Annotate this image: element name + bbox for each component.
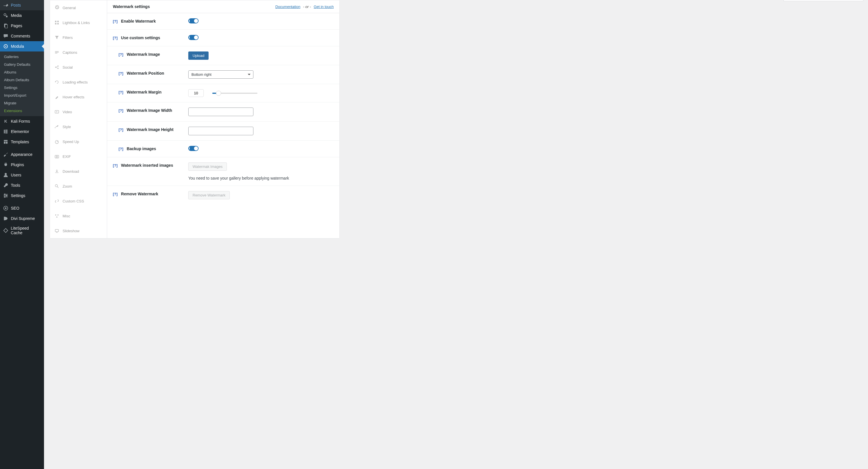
menu-item-modula[interactable]: Modula (0, 41, 44, 52)
submenu-migrate[interactable]: Migrate (0, 99, 44, 107)
submenu-gallery-defaults[interactable]: Gallery Defaults (0, 61, 44, 68)
width-input[interactable] (188, 108, 253, 116)
margin-input[interactable] (188, 89, 204, 97)
backup-toggle[interactable] (188, 146, 198, 151)
svg-rect-13 (4, 194, 8, 195)
svg-point-38 (56, 216, 57, 217)
tab-label: Zoom (63, 184, 72, 188)
menu-item-users[interactable]: Users (0, 170, 44, 180)
help-link[interactable]: [?] (113, 19, 118, 24)
menu-item-seo[interactable]: SEO (0, 203, 44, 213)
template-icon (3, 139, 8, 145)
panel-links: Documentation - or - Get in touch (275, 5, 334, 9)
tab-exif[interactable]: EXIF (50, 149, 107, 164)
help-link[interactable]: [?] (119, 147, 123, 151)
svg-rect-7 (5, 131, 7, 132)
tab-label: Filters (63, 35, 72, 40)
menu-item-divi[interactable]: Divi Supreme (0, 213, 44, 224)
menu-item-comments[interactable]: Comments (0, 31, 44, 41)
submenu-extensions[interactable]: Extensions (0, 107, 44, 115)
help-link[interactable]: [?] (119, 71, 123, 76)
tab-misc[interactable]: Misc (50, 208, 107, 223)
submenu-albums[interactable]: Albums (0, 68, 44, 76)
menu-item-appearance[interactable]: Appearance (0, 149, 44, 159)
menu-item-kali-forms[interactable]: K Kali Forms (0, 116, 44, 126)
tab-slideshow[interactable]: Slideshow (50, 223, 107, 238)
tab-label: Style (63, 125, 71, 129)
custom-settings-toggle[interactable] (188, 35, 198, 40)
tab-social[interactable]: Social (50, 60, 107, 75)
menu-label: Posts (11, 3, 21, 7)
watermark-images-button[interactable]: Watermak Images (188, 163, 227, 171)
tab-lightbox[interactable]: Lightbox & Links (50, 15, 107, 30)
tab-filters[interactable]: Filters (50, 30, 107, 45)
page-icon (3, 23, 8, 29)
menu-item-posts[interactable]: Posts (0, 0, 44, 10)
upload-button[interactable]: Upload (188, 52, 209, 60)
tab-css[interactable]: Custom CSS (50, 194, 107, 208)
grid-icon (54, 20, 60, 25)
help-link[interactable]: [?] (113, 163, 118, 168)
svg-point-30 (57, 68, 59, 69)
submenu-galleries[interactable]: Galleries (0, 53, 44, 61)
help-link[interactable]: [?] (119, 90, 123, 94)
remove-watermark-button[interactable]: Remove Watermark (188, 191, 230, 199)
help-link[interactable]: [?] (119, 52, 123, 57)
inserted-help-text: You need to save your gallery before app… (188, 176, 334, 180)
svg-point-12 (5, 173, 7, 175)
contact-link[interactable]: Get in touch (314, 5, 334, 9)
svg-rect-2 (5, 25, 7, 28)
tab-speed[interactable]: Speed Up (50, 134, 107, 149)
tab-label: Lightbox & Links (63, 21, 90, 25)
menu-item-templates[interactable]: Templates (0, 137, 44, 147)
menu-item-elementor[interactable]: Elementor (0, 126, 44, 137)
menu-label: Plugins (11, 163, 24, 167)
margin-slider[interactable] (212, 93, 257, 94)
row-enable-watermark: [?] Enable Watermark (107, 13, 339, 30)
menu-item-media[interactable]: Media (0, 10, 44, 21)
modula-icon (3, 43, 8, 49)
menu-item-pages[interactable]: Pages (0, 21, 44, 31)
tab-zoom[interactable]: Zoom (50, 179, 107, 194)
height-input[interactable] (188, 127, 253, 135)
menu-label: Comments (11, 34, 30, 38)
menu-label: Elementor (11, 129, 29, 134)
help-link[interactable]: [?] (119, 127, 123, 132)
menu-item-tools[interactable]: Tools (0, 180, 44, 190)
tab-general[interactable]: General (50, 0, 107, 15)
row-label: Watermark inserted images (121, 163, 173, 168)
tab-download[interactable]: Download (50, 164, 107, 179)
help-link[interactable]: [?] (119, 108, 123, 113)
enable-watermark-toggle[interactable] (188, 18, 198, 24)
row-watermark-height: [?] Watermark Image Height (107, 121, 339, 141)
menu-label: Appearance (11, 152, 33, 157)
help-link[interactable]: [?] (113, 192, 118, 196)
svg-rect-39 (55, 229, 58, 232)
tab-hover[interactable]: Hover effects (50, 89, 107, 105)
submenu-album-defaults[interactable]: Album Defaults (0, 76, 44, 84)
css-icon (54, 198, 60, 204)
tab-label: Hover effects (63, 95, 84, 99)
submenu-import-export[interactable]: Import/Export (0, 91, 44, 99)
download-icon (54, 169, 60, 174)
menu-item-settings[interactable]: Settings (0, 190, 44, 201)
help-link[interactable]: [?] (113, 36, 118, 40)
documentation-link[interactable]: Documentation (275, 5, 300, 9)
panel-title: Watermark settings (113, 4, 150, 9)
submenu-settings[interactable]: Settings (0, 84, 44, 91)
row-watermark-inserted: [?] Watermark inserted images Watermak I… (107, 157, 339, 186)
svg-rect-23 (55, 23, 57, 25)
tab-captions[interactable]: Captions (50, 45, 107, 60)
slider-thumb[interactable] (216, 91, 221, 96)
svg-rect-16 (5, 194, 5, 195)
settings-tabs: General Lightbox & Links Filters Caption… (50, 0, 107, 238)
gear-icon (54, 5, 60, 10)
exif-icon (54, 153, 60, 159)
menu-item-litespeed[interactable]: LiteSpeed Cache (0, 224, 44, 237)
position-select[interactable] (188, 70, 253, 79)
tab-style[interactable]: Style (50, 119, 107, 134)
menu-item-plugins[interactable]: Plugins (0, 159, 44, 170)
tab-loading[interactable]: Loading effects (50, 75, 107, 89)
tab-video[interactable]: Video (50, 105, 107, 119)
row-label: Watermark Margin (127, 90, 162, 94)
